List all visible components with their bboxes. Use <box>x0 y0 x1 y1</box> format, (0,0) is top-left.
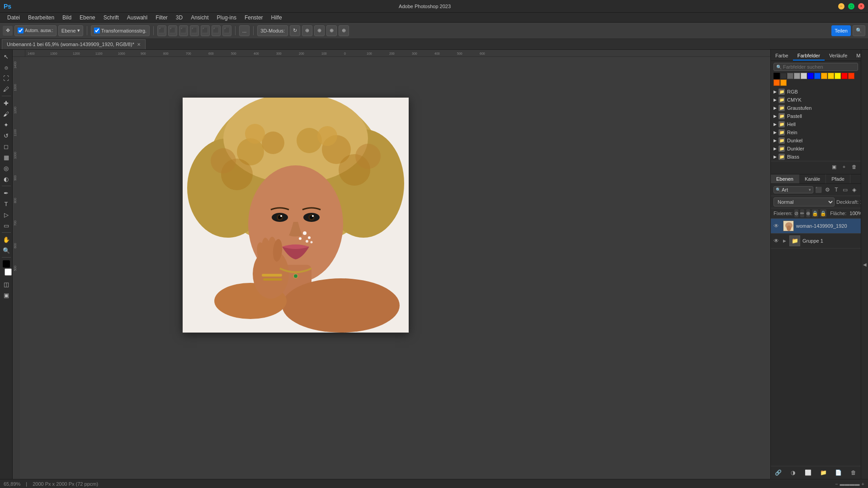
3d-pan-button[interactable]: ⊕ <box>302 25 312 36</box>
menu-item-filter[interactable]: Filter <box>152 14 171 22</box>
filter-shape-button[interactable]: ▭ <box>841 185 849 194</box>
lock-all-button[interactable]: 🔒 <box>820 209 826 217</box>
eyedropper-tool-button[interactable]: 🖊 <box>1 84 11 94</box>
foreground-color-button[interactable] <box>3 260 10 267</box>
lasso-tool-button[interactable]: ⌾ <box>1 62 11 72</box>
filter-adjustment-button[interactable]: ⚙ <box>824 185 831 194</box>
swatch-red-orange[interactable] <box>848 73 854 79</box>
color-group-rgb[interactable]: ▶ 📁 RGB <box>771 88 861 96</box>
layer-visibility-gruppe1[interactable]: 👁 <box>774 238 781 244</box>
color-tab[interactable]: Farbe <box>771 52 793 61</box>
selection-tool-button[interactable]: ↖ <box>1 52 11 61</box>
align-right-button[interactable]: ⬛ <box>212 25 221 36</box>
swatch-orange[interactable] <box>821 73 827 79</box>
shape-tool-button[interactable]: ▭ <box>1 221 11 230</box>
share-button[interactable]: Teilen <box>831 25 851 36</box>
tab-pfade[interactable]: Pfade <box>826 174 850 183</box>
filter-smart-button[interactable]: ◈ <box>850 185 858 194</box>
search-button[interactable]: 🔍 <box>853 25 865 36</box>
layers-search-input[interactable] <box>782 187 809 192</box>
align-top-button[interactable]: ⬛ <box>157 25 166 36</box>
3d-rotate-button[interactable]: ↻ <box>290 25 300 36</box>
gradient-tool-button[interactable]: ▦ <box>1 152 11 162</box>
swatch-light-gray[interactable] <box>794 73 800 79</box>
color-group-dunkler[interactable]: ▶ 📁 Dunkler <box>771 145 861 153</box>
swatches-tab[interactable]: Farbfelder <box>793 52 825 61</box>
move-tool-button[interactable]: ✥ <box>3 26 13 36</box>
background-color-button[interactable] <box>5 268 12 276</box>
add-adjustment-button[interactable]: ◑ <box>788 468 797 477</box>
swatch-gray[interactable] <box>787 73 793 79</box>
swatch-orange2[interactable] <box>774 80 780 86</box>
text-tool-button[interactable]: T <box>1 199 11 209</box>
color-group-pastell[interactable]: ▶ 📁 Pastell <box>771 112 861 120</box>
ebene-dropdown[interactable]: Ebene ▾ <box>58 25 83 36</box>
zoom-slider[interactable]: ▬▬▬▬ <box>840 481 860 487</box>
new-layer-button[interactable]: 📄 <box>834 468 843 477</box>
transform-checkbox[interactable]: Autom. ausw.: <box>14 25 57 36</box>
color-group-dunkel[interactable]: ▶ 📁 Dunkel <box>771 136 861 145</box>
menu-item-3d[interactable]: 3D <box>172 14 186 22</box>
lock-artboard-button[interactable]: ⊕ <box>806 209 810 217</box>
path-selection-button[interactable]: ▷ <box>1 210 11 220</box>
swatch-amber[interactable] <box>780 80 787 86</box>
align-bottom-button[interactable]: ⬛ <box>179 25 188 36</box>
distribute-button[interactable]: ⬛ <box>222 25 231 36</box>
transform-checkbox-input[interactable] <box>18 28 24 33</box>
document-tab[interactable]: Unbenannt-1 bei 65,9% (woman-1439909_192… <box>2 39 146 49</box>
clone-stamp-button[interactable]: ✦ <box>1 120 11 130</box>
layer-item-gruppe1[interactable]: 👁 ▶ 📁 Gruppe 1 <box>771 234 861 249</box>
3d-slide-button[interactable]: ⊕ <box>326 25 337 36</box>
crop-tool-button[interactable]: ⛶ <box>1 73 11 83</box>
swatch-yellow-orange[interactable] <box>828 73 834 79</box>
menu-item-bild[interactable]: Bild <box>59 14 75 22</box>
lock-move-button[interactable]: 🔒 <box>812 209 818 217</box>
filter-pixel-button[interactable]: ⬛ <box>815 185 822 194</box>
zoom-tool-button[interactable]: 🔍 <box>1 245 11 255</box>
pen-tool-button[interactable]: ✒ <box>1 188 11 198</box>
transform-toggle[interactable]: Transformationsstrg. <box>91 25 150 36</box>
quick-mask-button[interactable]: ◫ <box>1 279 11 289</box>
menu-item-ebene[interactable]: Ebene <box>76 14 99 22</box>
close-button[interactable]: × <box>858 3 864 9</box>
hand-tool-button[interactable]: ✋ <box>1 235 11 244</box>
align-left-button[interactable]: ⬛ <box>190 25 199 36</box>
new-group-button[interactable]: ▣ <box>830 163 838 171</box>
menu-item-plug-ins[interactable]: Plug-ins <box>213 14 240 22</box>
align-middle-button[interactable]: ⬛ <box>168 25 177 36</box>
tab-close-button[interactable]: ✕ <box>137 42 141 47</box>
menu-item-datei[interactable]: Datei <box>4 14 24 22</box>
zoom-out-icon[interactable]: − <box>835 481 838 487</box>
menu-item-fenster[interactable]: Fenster <box>241 14 267 22</box>
menu-item-auswahl[interactable]: Auswahl <box>123 14 151 22</box>
tab-kanaele[interactable]: Kanäle <box>799 174 826 183</box>
swatch-blue[interactable] <box>807 73 814 79</box>
eraser-tool-button[interactable]: ◻ <box>1 141 11 151</box>
panel-collapse-handle[interactable]: ◀ <box>861 50 868 479</box>
color-search-input[interactable] <box>783 64 855 70</box>
color-group-blass[interactable]: ▶ 📁 Blass <box>771 153 861 161</box>
layer-expand-gruppe1[interactable]: ▶ <box>783 239 786 243</box>
healing-tool-button[interactable]: ✚ <box>1 98 11 108</box>
history-brush-button[interactable]: ↺ <box>1 131 11 141</box>
3d-roll-button[interactable]: ⊕ <box>314 25 325 36</box>
swatch-yellow[interactable] <box>835 73 841 79</box>
menu-item-bearbeiten[interactable]: Bearbeiten <box>24 14 58 22</box>
align-center-button[interactable]: ⬛ <box>201 25 210 36</box>
menu-item-schrift[interactable]: Schrift <box>100 14 123 22</box>
zoom-in-icon[interactable]: + <box>862 481 864 487</box>
swatch-black[interactable] <box>774 73 780 79</box>
more-options-button[interactable]: ... <box>239 25 250 36</box>
gradients-tab[interactable]: Verläufe <box>825 52 852 61</box>
maximize-button[interactable]: □ <box>848 3 854 9</box>
link-layers-button[interactable]: 🔗 <box>774 468 783 477</box>
screen-mode-button[interactable]: ▣ <box>1 290 11 300</box>
new-swatch-button[interactable]: + <box>840 163 848 171</box>
blend-mode-select[interactable]: Normal Multiplizieren Negativ multiplizi… <box>774 197 835 206</box>
swatch-bright-blue[interactable] <box>814 73 821 79</box>
3d-mode-toggle[interactable]: 3D-Modus: <box>257 25 288 36</box>
color-group-rein[interactable]: ▶ 📁 Rein <box>771 128 861 136</box>
swatch-red[interactable] <box>841 73 848 79</box>
layer-visibility-woman[interactable]: 👁 <box>774 223 781 229</box>
brush-tool-button[interactable]: 🖌 <box>1 109 11 119</box>
